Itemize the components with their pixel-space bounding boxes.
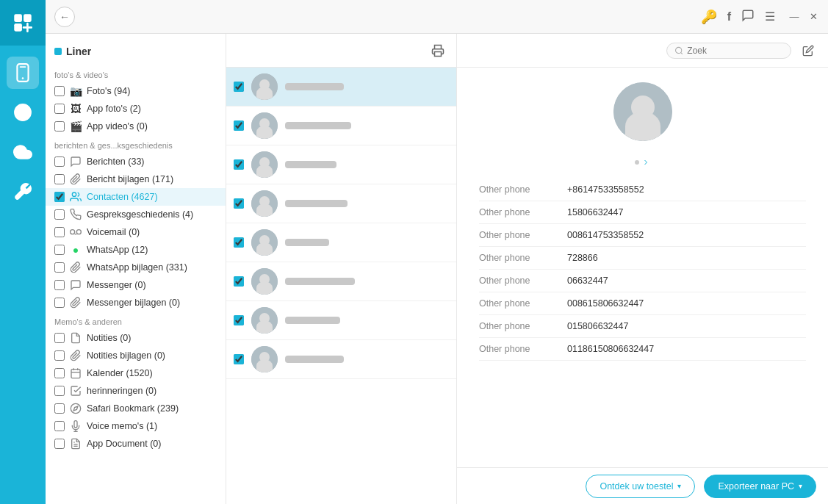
sidebar-checkbox-contacten[interactable] <box>54 192 65 202</box>
phone-value: 015806632447 <box>567 321 628 331</box>
sidebar-item-messenger[interactable]: Messenger (0) <box>46 276 226 294</box>
contact-row[interactable] <box>226 68 456 107</box>
minimize-button[interactable]: — <box>788 11 800 23</box>
sidebar-checkbox-notities[interactable] <box>54 333 65 343</box>
contact-row[interactable] <box>226 184 456 223</box>
contact-name <box>285 83 344 90</box>
close-button[interactable]: ✕ <box>807 11 819 23</box>
sidebar-checkbox-safari[interactable] <box>54 403 65 414</box>
sidebar-item-gespreks[interactable]: Gespreksgeschiedenis (4) <box>46 206 226 223</box>
svg-point-7 <box>21 110 26 115</box>
voicemail-label: Voicemail (0) <box>87 227 140 237</box>
export-to-pc-button[interactable]: Exporteer naar PC ▾ <box>704 475 816 498</box>
contact-avatar <box>251 190 278 217</box>
contact-checkbox[interactable] <box>234 354 244 364</box>
contact-checkbox[interactable] <box>234 159 244 170</box>
sidebar-checkbox-kalender[interactable] <box>54 368 65 378</box>
sidebar-item-app-videos[interactable]: 🎬 App video's (0) <box>46 118 226 135</box>
svg-point-10 <box>71 230 75 234</box>
key-icon[interactable]: 🔑 <box>701 9 717 25</box>
berichten-label: Berichten (33) <box>87 156 145 167</box>
sidebar-checkbox-messenger[interactable] <box>54 280 65 290</box>
contact-name <box>285 356 344 363</box>
contact-name <box>285 200 348 207</box>
detail-content: Other phone +86147533558552 Other phone … <box>457 68 828 467</box>
sidebar-item-contacten[interactable]: Contacten (4627) <box>46 188 226 206</box>
phone-row: Other phone 008614753358552 <box>479 224 806 247</box>
print-button[interactable] <box>427 40 449 62</box>
nav-music[interactable] <box>7 96 39 129</box>
nav-phone[interactable] <box>7 57 39 89</box>
whatsapp-icon: ● <box>69 243 82 256</box>
detail-search-input[interactable] <box>687 46 783 56</box>
contact-row[interactable] <box>226 107 456 145</box>
nav-tools[interactable] <box>7 176 39 208</box>
sidebar-item-messenger-bijlagen[interactable]: Messenger bijlagen (0) <box>46 294 226 312</box>
menu-icon[interactable]: ☰ <box>765 10 775 24</box>
sidebar-checkbox-app-videos[interactable] <box>54 121 65 132</box>
sidebar-checkbox-fotos[interactable] <box>54 86 65 96</box>
contact-name <box>285 239 329 246</box>
sidebar-checkbox-bericht-bijlagen[interactable] <box>54 174 65 184</box>
berichten-icon <box>69 155 82 168</box>
facebook-icon[interactable]: f <box>727 10 731 24</box>
app-fotos-label: App foto's (2) <box>87 104 141 114</box>
sidebar-item-voice-memos[interactable]: Voice memo's (1) <box>46 417 226 435</box>
sidebar-checkbox-berichten[interactable] <box>54 156 65 167</box>
sidebar-item-whatsapp-bijlagen[interactable]: WhatsApp bijlagen (331) <box>46 259 226 276</box>
contact-checkbox[interactable] <box>234 82 244 92</box>
phone-row: Other phone 008615806632447 <box>479 292 806 315</box>
sidebar-checkbox-notities-bijlagen[interactable] <box>54 350 65 361</box>
sidebar-checkbox-whatsapp[interactable] <box>54 245 65 255</box>
sidebar-item-app-document[interactable]: App Document (0) <box>46 435 226 453</box>
contact-row[interactable] <box>226 145 456 184</box>
contact-avatar <box>251 307 278 334</box>
contact-row[interactable] <box>226 340 456 379</box>
contact-row[interactable] <box>226 223 456 262</box>
sidebar-checkbox-gespreks[interactable] <box>54 209 65 220</box>
safari-label: Safari Bookmark (239) <box>87 403 179 414</box>
chat-icon[interactable] <box>741 9 755 25</box>
contact-row[interactable] <box>226 262 456 301</box>
sidebar-item-fotos[interactable]: 📷 Foto's (94) <box>46 82 226 100</box>
app-videos-label: App video's (0) <box>87 121 148 132</box>
sidebar: Liner foto's & video's 📷 Foto's (94) 🖼 A… <box>46 34 226 504</box>
main-window: ← 🔑 f ☰ — ✕ Liner foto's & video's <box>46 0 828 504</box>
sidebar-item-berichten[interactable]: Berichten (33) <box>46 153 226 170</box>
edit-button[interactable] <box>797 40 819 62</box>
sidebar-checkbox-app-document[interactable] <box>54 439 65 449</box>
sidebar-checkbox-voice-memos[interactable] <box>54 421 65 431</box>
phone-label: Other phone <box>479 321 567 331</box>
sidebar-item-voicemail[interactable]: Voicemail (0) <box>46 223 226 241</box>
voice-memos-icon <box>69 420 82 433</box>
contact-checkbox[interactable] <box>234 120 244 131</box>
contact-checkbox[interactable] <box>234 276 244 287</box>
sidebar-item-kalender[interactable]: Kalender (1520) <box>46 364 226 382</box>
sidebar-item-app-fotos[interactable]: 🖼 App foto's (2) <box>46 100 226 118</box>
svg-point-17 <box>71 403 80 413</box>
sidebar-checkbox-voicemail[interactable] <box>54 227 65 237</box>
contact-checkbox[interactable] <box>234 237 244 248</box>
phone-label: Other phone <box>479 184 567 195</box>
whatsapp-label: WhatsApp (12) <box>87 245 148 255</box>
contact-checkbox[interactable] <box>234 198 244 209</box>
nav-cloud[interactable] <box>7 136 39 168</box>
sidebar-checkbox-herinneringen[interactable] <box>54 386 65 396</box>
sidebar-checkbox-messenger-bijlagen[interactable] <box>54 298 65 308</box>
sidebar-item-whatsapp[interactable]: ● WhatsApp (12) <box>46 241 226 259</box>
discover-device-button[interactable]: Ontdek uw toestel ▾ <box>586 475 695 498</box>
sidebar-item-safari[interactable]: Safari Bookmark (239) <box>46 400 226 417</box>
sidebar-checkbox-whatsapp-bijlagen[interactable] <box>54 262 65 273</box>
contact-row[interactable] <box>226 301 456 340</box>
sidebar-item-notities-bijlagen[interactable]: Notities bijlagen (0) <box>46 347 226 364</box>
contact-list-toolbar <box>226 34 456 68</box>
app-videos-icon: 🎬 <box>69 120 82 133</box>
contact-checkbox[interactable] <box>234 315 244 325</box>
contact-name <box>285 161 336 168</box>
sidebar-item-notities[interactable]: Notities (0) <box>46 329 226 347</box>
sidebar-checkbox-app-fotos[interactable] <box>54 104 65 114</box>
sidebar-item-bericht-bijlagen[interactable]: Bericht bijlagen (171) <box>46 170 226 188</box>
back-button[interactable]: ← <box>54 7 75 27</box>
sidebar-item-herinneringen[interactable]: herinneringen (0) <box>46 382 226 400</box>
contact-avatar <box>251 268 278 295</box>
